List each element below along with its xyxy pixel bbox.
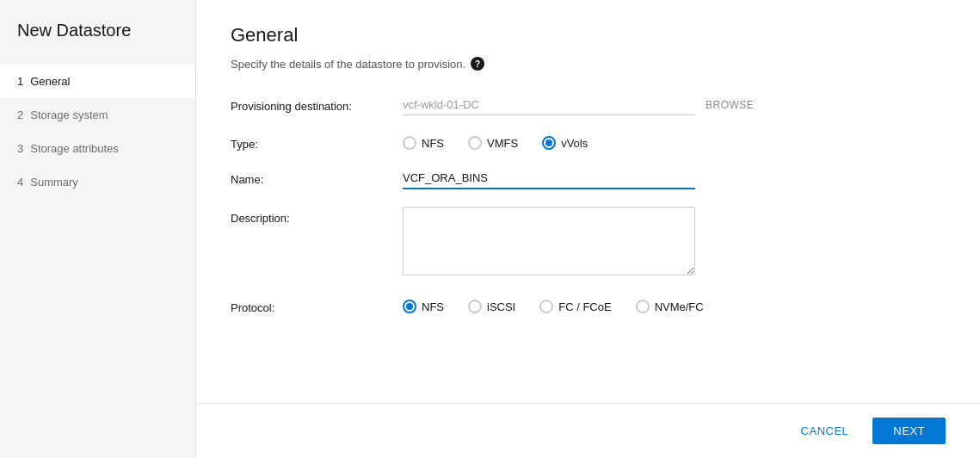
description-label: Description:	[231, 207, 403, 225]
protocol-nvme-fc-label: NVMe/FC	[655, 300, 704, 313]
protocol-iscsi-label: iSCSI	[487, 300, 515, 313]
type-option-vmfs[interactable]: VMFS	[468, 136, 518, 150]
cancel-button[interactable]: CANCEL	[787, 418, 863, 444]
type-vvols-label: vVols	[561, 137, 588, 150]
radio-vvols[interactable]	[542, 136, 556, 150]
name-input[interactable]	[403, 168, 695, 189]
radio-protocol-iscsi[interactable]	[468, 300, 482, 313]
protocol-option-nfs[interactable]: NFS	[403, 300, 444, 313]
sidebar-item-storage-attributes[interactable]: 3 Storage attributes	[0, 132, 195, 165]
sidebar-item-storage-system[interactable]: 2 Storage system	[0, 98, 195, 132]
sidebar: New Datastore 1 General 2 Storage system…	[0, 0, 196, 458]
type-radio-group: NFS VMFS vVols	[403, 133, 946, 150]
protocol-option-iscsi[interactable]: iSCSI	[468, 300, 515, 313]
step-num-storage-system: 2	[17, 108, 23, 121]
footer: CANCEL NEXT	[196, 403, 980, 458]
protocol-label: Protocol:	[231, 296, 403, 314]
type-vmfs-label: VMFS	[487, 137, 518, 150]
protocol-control: NFS iSCSI FC / FCoE NVMe/FC	[403, 296, 946, 313]
radio-vmfs[interactable]	[468, 136, 482, 150]
name-row: Name:	[231, 168, 946, 189]
description-row: Description:	[231, 207, 946, 279]
provisioning-destination-input[interactable]	[403, 95, 695, 115]
sidebar-item-general[interactable]: 1 General	[0, 65, 195, 98]
sidebar-label-storage-attributes: Storage attributes	[30, 142, 119, 155]
main-content: General Specify the details of the datas…	[196, 0, 980, 458]
sidebar-title: New Datastore	[0, 21, 195, 65]
help-icon[interactable]: ?	[471, 57, 484, 71]
sidebar-label-summary: Summary	[30, 176, 78, 189]
provisioning-destination-control: BROWSE	[403, 95, 946, 115]
type-label: Type:	[231, 133, 403, 151]
type-nfs-label: NFS	[422, 137, 444, 150]
protocol-fc-fcoe-label: FC / FCoE	[558, 300, 611, 313]
protocol-option-nvme-fc[interactable]: NVMe/FC	[636, 300, 704, 313]
provisioning-destination-row: Provisioning destination: BROWSE	[231, 95, 946, 115]
type-control: NFS VMFS vVols	[403, 133, 946, 150]
description-textarea[interactable]	[403, 207, 695, 275]
radio-protocol-nfs[interactable]	[403, 300, 416, 313]
type-row: Type: NFS VMFS vVols	[231, 133, 946, 151]
provisioning-destination-label: Provisioning destination:	[231, 95, 403, 113]
type-option-vvols[interactable]: vVols	[542, 136, 588, 150]
protocol-nfs-label: NFS	[422, 300, 444, 313]
next-button[interactable]: NEXT	[872, 418, 946, 444]
description-control	[403, 207, 946, 279]
browse-button[interactable]: BROWSE	[706, 99, 754, 111]
sidebar-label-general: General	[30, 75, 70, 88]
protocol-option-fc-fcoe[interactable]: FC / FCoE	[539, 300, 611, 313]
radio-protocol-nvme-fc[interactable]	[636, 300, 650, 313]
step-num-summary: 4	[17, 176, 23, 189]
protocol-row: Protocol: NFS iSCSI FC / FCoE NVMe/FC	[231, 296, 946, 314]
sidebar-item-summary[interactable]: 4 Summary	[0, 165, 195, 199]
sidebar-label-storage-system: Storage system	[30, 108, 108, 121]
type-option-nfs[interactable]: NFS	[403, 136, 444, 150]
subtitle: Specify the details of the datastore to …	[231, 57, 946, 71]
name-control	[403, 168, 946, 189]
step-num-general: 1	[17, 75, 23, 88]
name-label: Name:	[231, 168, 403, 186]
step-num-storage-attributes: 3	[17, 142, 23, 155]
protocol-radio-group: NFS iSCSI FC / FCoE NVMe/FC	[403, 296, 946, 313]
radio-protocol-fc-fcoe[interactable]	[539, 300, 553, 313]
page-title: General	[231, 24, 946, 46]
radio-nfs[interactable]	[403, 136, 416, 150]
